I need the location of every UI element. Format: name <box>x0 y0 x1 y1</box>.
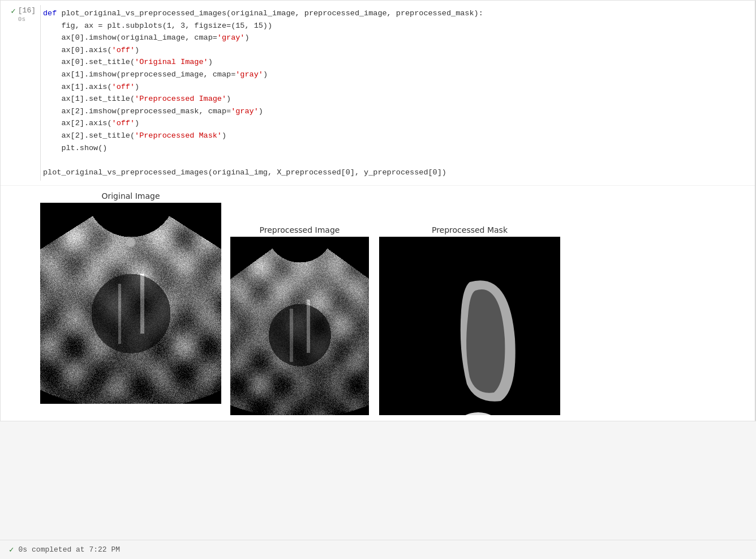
code-line-6: ax[1].imshow(preprocessed_image, cmap='g… <box>43 69 751 81</box>
code-line-9: ax[2].imshow(preprocessed_mask, cmap='gr… <box>43 105 751 118</box>
canvas-preprocessed-image <box>230 237 369 415</box>
string-gray-3: 'gray' <box>231 107 259 116</box>
code-line-7: ax[1].axis('off') <box>43 81 751 93</box>
cell-code: def plot_original_vs_preprocessed_images… <box>40 5 755 181</box>
plot-group-right: Preprocessed Image Preprocessed Mask <box>230 225 560 415</box>
cell-input: ✓ [16] 0s def plot_original_vs_preproces… <box>1 1 755 185</box>
code-line-8: ax[1].set_title('Preprocessed Image') <box>43 93 751 105</box>
func-name: plot_original_vs_preprocessed_images <box>61 9 226 18</box>
plot-title-preprocessed: Preprocessed Image <box>260 225 340 234</box>
string-original-image: 'Original Image' <box>135 58 208 66</box>
func-params: (original_image, preprocessed_image, pre… <box>226 9 483 18</box>
keyword-def: def <box>43 9 61 18</box>
cell-check-icon: ✓ <box>11 6 15 16</box>
plot-item-preprocessed: Preprocessed Image <box>230 225 369 415</box>
cell-divider <box>755 1 755 421</box>
cell-gutter: ✓ [16] 0s <box>1 5 40 181</box>
string-gray-2: 'gray' <box>235 70 263 79</box>
string-gray-1: 'gray' <box>217 33 245 42</box>
status-time: 0s <box>18 545 27 554</box>
plot-title-mask: Preprocessed Mask <box>432 225 508 234</box>
code-line-4: ax[0].axis('off') <box>43 44 751 57</box>
code-line-3: ax[0].imshow(original_image, cmap='gray'… <box>43 32 751 44</box>
cell-number: [16] <box>18 6 36 15</box>
code-line-13 <box>43 154 751 167</box>
notebook-cell: ✓ [16] 0s def plot_original_vs_preproces… <box>0 0 756 421</box>
string-preprocessed-image: 'Preprocessed Image' <box>135 95 226 103</box>
code-line-2: fig, ax = plt.subplots(1, 3, figsize=(15… <box>43 20 751 32</box>
code-line-5: ax[0].set_title('Original Image') <box>43 56 751 69</box>
status-label: completed at 7:22 PM <box>32 545 120 554</box>
canvas-mask-image <box>379 237 560 415</box>
code-line-14: plot_original_vs_preprocessed_images(ori… <box>43 167 751 179</box>
status-bar: ✓ 0s completed at 7:22 PM <box>0 540 756 559</box>
code-line-10: ax[2].axis('off') <box>43 117 751 130</box>
plot-row: Original Image Preprocessed Image Prepro… <box>40 191 755 415</box>
code-line-1: def plot_original_vs_preprocessed_images… <box>43 7 751 20</box>
cell-time: 0s <box>18 16 25 23</box>
string-off-1: 'off' <box>112 46 135 54</box>
string-off-2: 'off' <box>112 83 135 91</box>
cell-output: Original Image Preprocessed Image Prepro… <box>1 185 755 421</box>
plot-item-mask: Preprocessed Mask <box>379 225 560 415</box>
plot-item-original: Original Image <box>40 191 221 404</box>
canvas-original-image <box>40 203 221 404</box>
string-off-3: 'off' <box>112 119 135 127</box>
status-check-icon: ✓ <box>9 545 14 554</box>
plot-title-original: Original Image <box>101 191 160 200</box>
string-preprocessed-mask: 'Preprocessed Mask' <box>135 131 222 140</box>
code-line-12: plt.show() <box>43 142 751 155</box>
code-line-11: ax[2].set_title('Preprocessed Mask') <box>43 130 751 142</box>
